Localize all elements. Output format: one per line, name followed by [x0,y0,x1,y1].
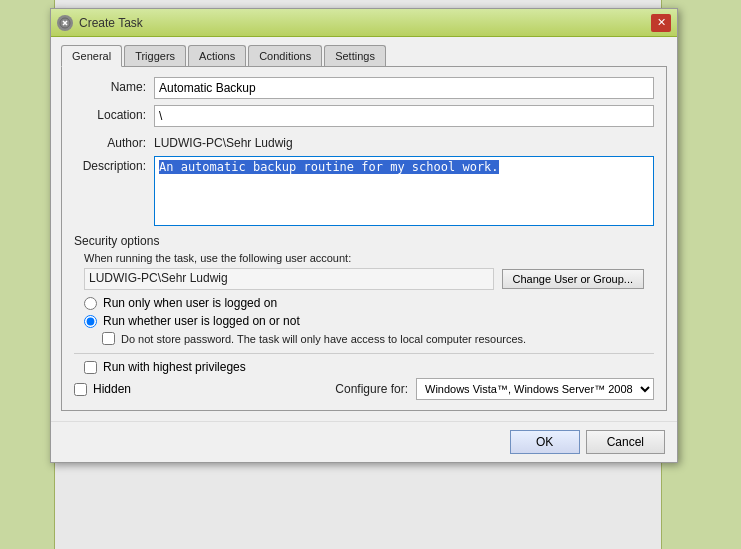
description-row: Description: An automatic backup routine… [74,156,654,226]
checkbox-password-label: Do not store password. The task will onl… [121,333,526,345]
close-button[interactable]: ✕ [651,14,671,32]
hidden-label: Hidden [93,382,131,396]
general-tab-content: Name: Location: Author: LUDWIG-PC\Sehr L… [61,67,667,411]
hidden-row: Hidden [74,382,131,396]
security-section-label: Security options [74,234,654,248]
bottom-row: Hidden Configure for: Windows Vista™, Wi… [74,378,654,400]
radio-logged-on[interactable] [84,297,97,310]
checkbox-hidden[interactable] [74,383,87,396]
title-bar: Create Task ✕ [51,9,677,37]
tab-triggers[interactable]: Triggers [124,45,186,66]
name-label: Name: [74,77,154,94]
security-description: When running the task, use the following… [84,252,654,264]
location-row: Location: [74,105,654,127]
tabs-bar: General Triggers Actions Conditions Sett… [61,45,667,67]
user-account-value: LUDWIG-PC\Sehr Ludwig [84,268,494,290]
dialog-footer: OK Cancel [51,421,677,462]
name-row: Name: [74,77,654,99]
checkbox-highest-row: Run with highest privileges [74,360,644,374]
checkbox-highest-label: Run with highest privileges [103,360,246,374]
configure-for-label: Configure for: [335,382,408,396]
location-label: Location: [74,105,154,122]
cancel-button[interactable]: Cancel [586,430,665,454]
description-input[interactable]: An automatic backup routine for my schoo… [154,156,654,226]
ok-button[interactable]: OK [510,430,580,454]
checkbox-password[interactable] [102,332,115,345]
radio-whether-logged-label: Run whether user is logged on or not [103,314,300,328]
tab-actions[interactable]: Actions [188,45,246,66]
tab-settings[interactable]: Settings [324,45,386,66]
radio-logged-on-row: Run only when user is logged on [84,296,644,310]
radio-whether-logged[interactable] [84,315,97,328]
tab-conditions[interactable]: Conditions [248,45,322,66]
radio-logged-on-label: Run only when user is logged on [103,296,277,310]
location-input[interactable] [154,105,654,127]
dialog-body: General Triggers Actions Conditions Sett… [51,37,677,421]
name-input[interactable] [154,77,654,99]
title-bar-left: Create Task [57,15,143,31]
tab-general[interactable]: General [61,45,122,67]
radio-whether-logged-row: Run whether user is logged on or not [84,314,644,328]
checkbox-password-row: Do not store password. The task will onl… [102,332,626,345]
configure-select[interactable]: Windows Vista™, Windows Server™ 2008 Win… [416,378,654,400]
author-row: Author: LUDWIG-PC\Sehr Ludwig [74,133,654,150]
bg-left-panel [0,0,55,549]
description-label: Description: [74,156,154,173]
create-task-dialog: Create Task ✕ General Triggers Actions C… [50,8,678,463]
divider [74,353,654,354]
dialog-title: Create Task [79,16,143,30]
dialog-icon [57,15,73,31]
user-account-row: LUDWIG-PC\Sehr Ludwig Change User or Gro… [74,268,654,290]
change-user-button[interactable]: Change User or Group... [502,269,644,289]
author-label: Author: [74,133,154,150]
author-value: LUDWIG-PC\Sehr Ludwig [154,133,293,150]
checkbox-highest[interactable] [84,361,97,374]
